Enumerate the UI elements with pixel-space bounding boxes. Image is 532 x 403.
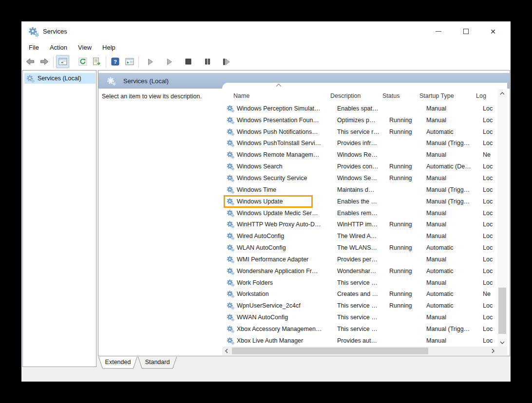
scroll-down-button[interactable] — [497, 338, 507, 347]
close-button[interactable]: × — [479, 21, 507, 41]
horizontal-scroll-thumb[interactable] — [232, 348, 428, 354]
start-service-button[interactable] — [144, 55, 157, 68]
service-startup-type: Manual (Trigg… — [426, 198, 483, 205]
horizontal-scrollbar[interactable] — [222, 347, 497, 355]
tab-extended[interactable]: Extended — [98, 357, 137, 369]
chevron-down-icon — [500, 341, 505, 344]
table-row[interactable]: Windows PushToInstall Servi…Provides inf… — [222, 138, 497, 149]
column-header-name[interactable]: Name — [222, 92, 330, 99]
pause-service-icon — [205, 58, 210, 65]
table-row[interactable]: WpnUserService_2c4cfThis service …Runnin… — [222, 300, 497, 311]
table-row[interactable]: Windows SearchProvides con…RunningAutoma… — [222, 161, 497, 172]
scroll-left-button[interactable] — [222, 347, 231, 355]
pause-service-button[interactable] — [201, 55, 214, 68]
service-status: Running — [389, 268, 426, 275]
service-gear-icon — [227, 279, 234, 287]
resume-service-button[interactable] — [163, 55, 176, 68]
start-service-icon — [148, 58, 153, 65]
table-row[interactable]: Windows Security ServiceWindows Se…Runni… — [222, 172, 497, 184]
service-name: WMI Performance Adapter — [237, 256, 337, 263]
service-description: Provides aut… — [337, 337, 389, 344]
service-log-on-as: Loc — [483, 210, 497, 217]
service-name: Windows PushToInstall Servi… — [237, 140, 337, 147]
service-name: Windows Remote Managem… — [237, 151, 337, 158]
service-name: Xbox Accessory Managemen… — [237, 326, 337, 332]
scroll-right-button[interactable] — [489, 347, 497, 355]
service-status: Running — [389, 221, 426, 228]
column-header-status[interactable]: Status — [382, 92, 419, 99]
table-row[interactable]: Xbox Accessory Managemen…This service …M… — [222, 323, 497, 335]
table-row[interactable]: WorkstationCreates and …RunningAutomatic… — [222, 289, 497, 300]
service-startup-type: Manual — [426, 233, 483, 239]
sidebar-item-services-local[interactable]: Services (Local) — [24, 73, 95, 84]
table-row[interactable]: Xbox Live Auth ManagerProvides aut…Manua… — [222, 335, 497, 347]
chevron-right-icon — [492, 348, 494, 353]
service-name: Windows Perception Simulat… — [237, 105, 337, 112]
table-row[interactable]: Windows TimeMaintains d…Manual (Trigg…Lo… — [222, 184, 497, 196]
vertical-scroll-thumb[interactable] — [498, 288, 506, 334]
service-name: WLAN AutoConfig — [237, 244, 337, 251]
table-row[interactable]: WWAN AutoConfigThis service …ManualLoc — [222, 311, 497, 323]
service-name: Windows Time — [237, 186, 337, 193]
service-gear-icon — [227, 337, 234, 345]
service-gear-icon — [227, 174, 234, 182]
show-action-pane-button[interactable] — [123, 55, 136, 68]
restart-service-icon — [223, 58, 230, 65]
tab-standard[interactable]: Standard — [138, 357, 177, 369]
view-tabs: Extended Standard — [98, 357, 177, 369]
table-row[interactable]: Windows Push Notifications…This service … — [222, 126, 497, 138]
pane-header-gear-icon — [107, 76, 116, 86]
help-button[interactable]: ? — [109, 55, 122, 68]
service-name: Windows Update Medic Ser… — [237, 210, 337, 217]
column-header-log-on-as[interactable]: Log — [476, 92, 497, 99]
service-gear-icon — [227, 220, 234, 228]
column-header-description[interactable]: Description — [330, 92, 382, 99]
export-list-button[interactable] — [90, 55, 103, 68]
restart-service-button[interactable] — [220, 55, 233, 68]
service-name: Windows Push Notifications… — [237, 128, 337, 135]
maximize-button[interactable] — [452, 21, 479, 41]
service-name: Xbox Live Auth Manager — [237, 337, 337, 344]
service-gear-icon — [227, 244, 234, 252]
table-row[interactable]: WinHTTP Web Proxy Auto-D…WinHTTP im…Runn… — [222, 219, 497, 230]
table-row[interactable]: Work FoldersThis service …ManualLoc — [222, 277, 497, 289]
service-startup-type: Manual — [426, 221, 483, 228]
table-row[interactable]: Wondershare Application Fr…Wondershar…Ru… — [222, 265, 497, 277]
service-description: Maintains d… — [337, 186, 389, 193]
service-name: WinHTTP Web Proxy Auto-D… — [237, 221, 337, 228]
svg-text:?: ? — [114, 59, 117, 65]
minimize-icon — [436, 31, 441, 32]
table-row[interactable]: Windows Perception Simulat…Enables spat…… — [222, 103, 497, 114]
menu-file[interactable]: File — [23, 42, 44, 53]
scroll-up-button[interactable] — [497, 89, 507, 97]
column-header-startup-type[interactable]: Startup Type — [419, 92, 476, 99]
show-console-tree-button[interactable] — [56, 55, 69, 68]
service-name: Windows Security Service — [237, 175, 337, 182]
service-name: Windows Presentation Foun… — [237, 117, 337, 124]
service-gear-icon — [227, 290, 234, 298]
table-row[interactable]: WLAN AutoConfigThe WLANS…RunningAutomati… — [222, 242, 497, 254]
menu-view[interactable]: View — [73, 42, 97, 53]
table-row[interactable]: WMI Performance AdapterProvides per…Manu… — [222, 254, 497, 265]
service-description: This service … — [337, 326, 389, 332]
service-log-on-as: Loc — [483, 268, 497, 275]
table-row[interactable]: Windows Update Medic Ser…Enables rem…Man… — [222, 207, 497, 219]
menu-help[interactable]: Help — [97, 42, 121, 53]
stop-service-button[interactable] — [182, 55, 195, 68]
table-row[interactable]: Windows Remote Managem…Windows Re…Manual… — [222, 149, 497, 161]
table-row[interactable]: Windows Presentation Foun…Optimizes p…Ru… — [222, 114, 497, 126]
console-tree-icon — [58, 58, 67, 65]
back-button[interactable] — [23, 55, 37, 68]
service-description: Creates and … — [337, 291, 389, 297]
forward-button[interactable] — [38, 55, 51, 68]
service-description: Enables rem… — [337, 210, 389, 217]
chevron-up-icon — [500, 92, 505, 95]
table-row[interactable]: Wired AutoConfigThe Wired A…ManualLoc — [222, 230, 497, 242]
minimize-button[interactable] — [425, 21, 452, 41]
refresh-button[interactable] — [76, 55, 89, 68]
service-startup-type: Manual — [426, 314, 483, 321]
service-name: Windows Search — [237, 163, 337, 170]
menu-action[interactable]: Action — [44, 42, 73, 53]
vertical-scrollbar[interactable] — [497, 89, 507, 347]
pane-header-title: Services (Local) — [123, 77, 169, 85]
